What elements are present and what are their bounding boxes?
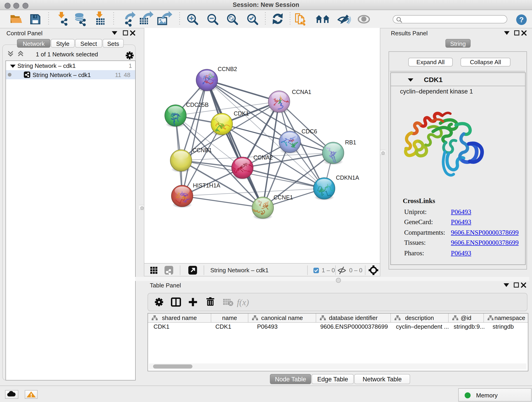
svg-text:RB1: RB1: [345, 139, 356, 146]
svg-text:CDKN1A: CDKN1A: [336, 174, 359, 181]
svg-text:CCNA1: CCNA1: [292, 89, 311, 95]
svg-text:HIST1H1A: HIST1H1A: [193, 182, 220, 189]
svg-text:CCNA2: CCNA2: [253, 154, 273, 161]
svg-text:CCNB1: CCNB1: [192, 147, 212, 153]
svg-text:CDC25B: CDC25B: [186, 102, 209, 108]
svg-text:CDK1: CDK1: [234, 110, 249, 117]
svg-text:f(x): f(x): [237, 298, 249, 307]
svg-text:1 – 0: 1 – 0: [322, 267, 335, 274]
svg-text:String Network – cdk1: String Network – cdk1: [210, 267, 268, 274]
svg-text:CCNE1: CCNE1: [273, 194, 293, 201]
svg-text:CCNB2: CCNB2: [218, 66, 237, 72]
svg-text:0 – 0: 0 – 0: [349, 267, 362, 274]
svg-text:?: ?: [519, 16, 524, 24]
svg-text:CDC6: CDC6: [302, 128, 317, 134]
